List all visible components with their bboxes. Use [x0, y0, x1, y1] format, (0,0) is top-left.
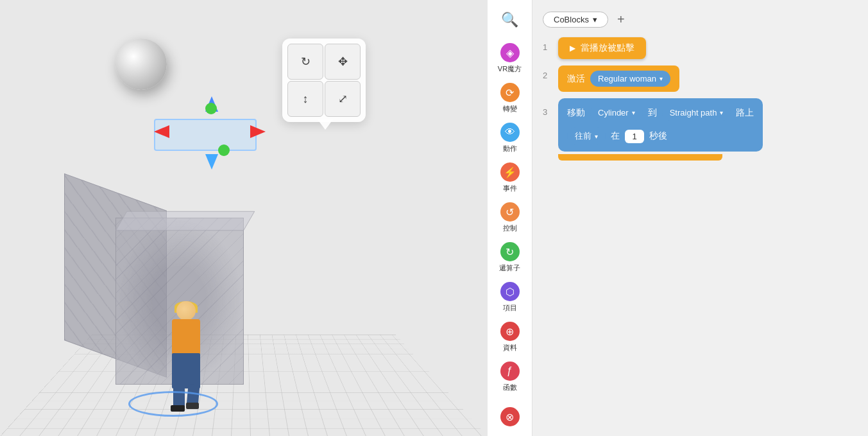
block-number-input[interactable]: 1 — [625, 130, 644, 143]
block-cylinder-dropdown[interactable]: Cylinder ▾ — [590, 105, 643, 121]
code-panel: CoBlocks ▾ + 1 當播放被點擊 2 激活 Regular woman — [532, 0, 868, 436]
line-number-3: 3 — [543, 107, 547, 117]
arrow-left-icon — [154, 125, 169, 138]
sidebar-label-action: 動作 — [503, 144, 517, 153]
transform-panel: ↻ ✥ ↕ ⤢ — [282, 39, 366, 122]
direction-label: 往前 — [575, 130, 591, 142]
tab-coblocks[interactable]: CoBlocks ▾ — [543, 12, 608, 28]
path-label: Straight path — [670, 108, 717, 118]
block-direction-dropdown[interactable]: 往前 ▾ — [567, 127, 606, 145]
dot-green-bottom — [218, 144, 230, 156]
line-number-1: 1 — [543, 42, 547, 52]
char-head — [176, 301, 196, 320]
cylinder-label: Cylinder — [598, 108, 629, 118]
arrow-down-icon — [205, 154, 218, 170]
sidebar-label-transform: 轉變 — [503, 104, 517, 114]
chevron-down-icon: ▾ — [595, 133, 598, 140]
sidebar-item-data[interactable]: ⊕ 資料 — [491, 318, 529, 356]
block-activate[interactable]: 激活 Regular woman ▾ — [558, 65, 679, 92]
search-button[interactable]: 🔍 — [497, 6, 523, 33]
selection-platform — [154, 119, 257, 151]
sidebar-item-loop[interactable]: ↻ 遞算子 — [491, 239, 529, 276]
block-seconds-label: 秒後 — [649, 130, 667, 142]
tab-coblocks-label: CoBlocks — [554, 15, 589, 24]
block-at-label: 在 — [611, 130, 620, 142]
block-move-container: 移動 Cylinder ▾ 到 Straight path ▾ 路上 — [558, 98, 763, 152]
sidebar-item-action[interactable]: 👁 動作 — [491, 119, 529, 157]
action-icon: 👁 — [500, 123, 520, 142]
sidebar-label-control: 控制 — [503, 223, 517, 233]
block-row-3: 3 移動 Cylinder ▾ 到 Straight path — [543, 98, 858, 161]
block-row-1: 1 當播放被點擊 — [543, 37, 858, 59]
block-road-label: 路上 — [736, 107, 754, 119]
sidebar-label-function: 函數 — [503, 383, 517, 392]
block-to-label: 到 — [648, 107, 657, 119]
add-tab-button[interactable]: + — [612, 10, 630, 28]
character-selection-ring — [128, 391, 218, 417]
sidebar-label-item: 項目 — [503, 303, 517, 313]
chevron-down-icon: ▾ — [660, 75, 663, 82]
sidebar-item-control[interactable]: ↺ 控制 — [491, 199, 529, 236]
sidebar-item-transform[interactable]: ⟳ 轉變 — [491, 80, 529, 117]
viewport: ↻ ✥ ↕ ⤢ — [0, 0, 488, 436]
transform-icon: ⟳ — [500, 83, 520, 102]
scale-button[interactable]: ↕ — [287, 81, 323, 117]
chevron-down-icon: ▾ — [632, 109, 635, 116]
block-regular-woman-dropdown[interactable]: Regular woman ▾ — [590, 71, 670, 87]
more-icon: ⊗ — [500, 407, 520, 426]
sphere-object — [115, 39, 167, 90]
fit-button[interactable]: ⤢ — [325, 81, 361, 117]
block-move-row-2: 往前 ▾ 在 1 秒後 — [567, 127, 754, 145]
sidebar-label-data: 資料 — [503, 343, 517, 353]
dropdown-label: Regular woman — [598, 74, 656, 83]
char-body — [172, 319, 200, 354]
vr-icon: ◈ — [500, 43, 520, 62]
right-panel: 🔍 ◈ VR魔方 ⟳ 轉變 👁 動作 ⚡ 事件 ↺ 控制 ↻ 遞算子 ⬡ 項目 — [488, 0, 868, 436]
sidebar-item-more[interactable]: ⊗ — [491, 398, 529, 435]
tab-bar: CoBlocks ▾ + — [543, 10, 858, 28]
dot-green-top — [205, 103, 217, 114]
block-event-label: 當播放被點擊 — [581, 42, 634, 54]
sidebar: 🔍 ◈ VR魔方 ⟳ 轉變 👁 動作 ⚡ 事件 ↺ 控制 ↻ 遞算子 ⬡ 項目 — [488, 0, 532, 436]
control-icon: ↺ — [500, 202, 520, 222]
rotate-button[interactable]: ↻ — [287, 44, 323, 80]
sidebar-item-event[interactable]: ⚡ 事件 — [491, 159, 529, 196]
block-event-clicked[interactable]: 當播放被點擊 — [558, 37, 646, 59]
sidebar-item-vr[interactable]: ◈ VR魔方 — [491, 40, 529, 77]
data-icon: ⊕ — [500, 322, 520, 341]
block-row-2: 2 激活 Regular woman ▾ — [543, 65, 858, 92]
loop-icon: ↻ — [500, 242, 520, 261]
item-icon: ⬡ — [500, 282, 520, 301]
sidebar-label-event: 事件 — [503, 184, 517, 193]
char-pants — [172, 353, 200, 388]
function-icon: ƒ — [500, 362, 520, 381]
block-move-row-1: 移動 Cylinder ▾ 到 Straight path ▾ 路上 — [567, 105, 754, 121]
sidebar-item-function[interactable]: ƒ 函數 — [491, 358, 529, 396]
sidebar-label-vr: VR魔方 — [498, 64, 522, 74]
chevron-down-icon: ▾ — [593, 15, 597, 24]
chevron-down-icon: ▾ — [720, 109, 723, 116]
block-orange-bar — [558, 154, 722, 161]
event-icon: ⚡ — [500, 162, 520, 182]
block-path-dropdown[interactable]: Straight path ▾ — [662, 105, 731, 121]
move-button[interactable]: ✥ — [325, 44, 361, 80]
panel-tooltip-arrow — [318, 119, 333, 130]
sidebar-item-item[interactable]: ⬡ 項目 — [491, 279, 529, 316]
arrow-right-icon — [250, 125, 266, 138]
sidebar-label-loop: 遞算子 — [499, 263, 520, 273]
code-area: 1 當播放被點擊 2 激活 Regular woman ▾ 3 — [543, 37, 858, 161]
block-move-label: 移動 — [567, 107, 585, 119]
box-top-face — [115, 211, 255, 231]
block-activate-label: 激活 — [567, 73, 585, 85]
line-number-2: 2 — [543, 71, 547, 80]
